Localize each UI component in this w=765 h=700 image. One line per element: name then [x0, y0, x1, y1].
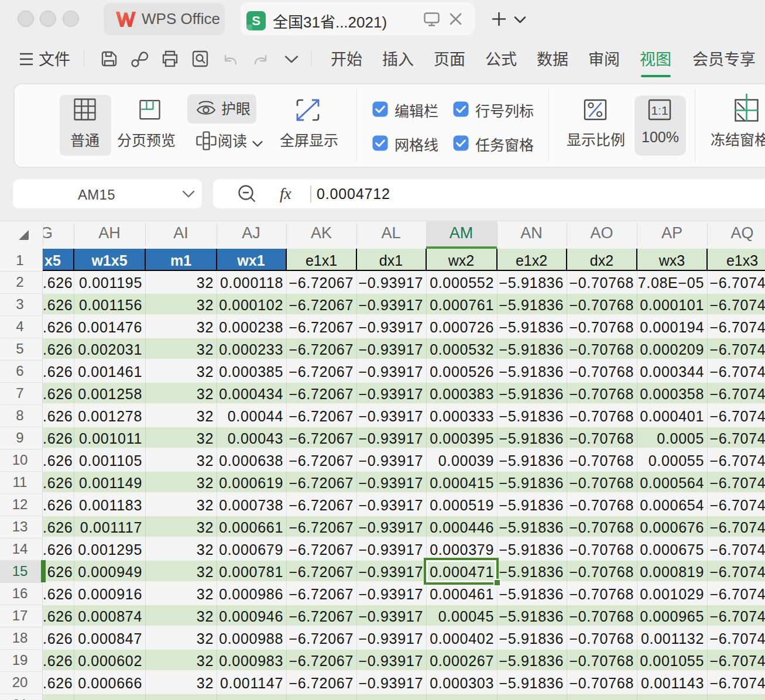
svg-text:1:1: 1:1: [651, 104, 668, 117]
svg-text:S: S: [252, 13, 260, 28]
